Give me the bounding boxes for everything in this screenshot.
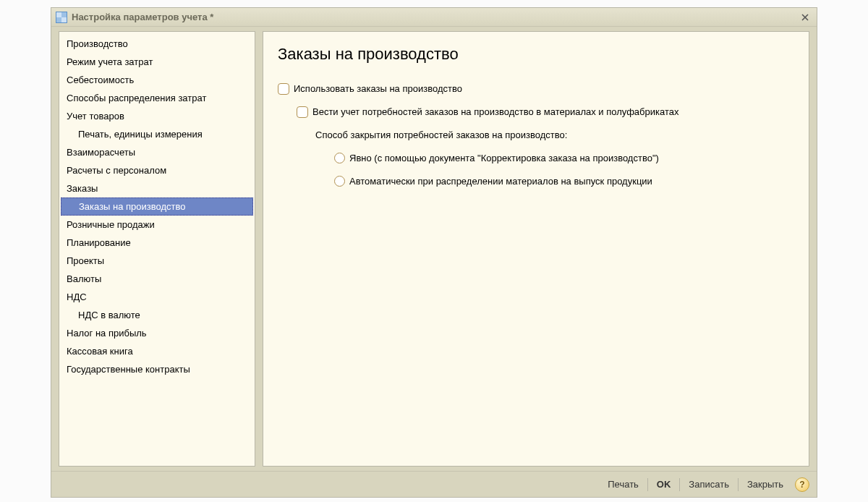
radio-explicit[interactable] bbox=[334, 153, 345, 163]
content-panel: Заказы на производство Использовать зака… bbox=[263, 31, 809, 467]
sidebar-item-16[interactable]: Налог на прибыль bbox=[61, 324, 253, 342]
radio-explicit-label: Явно (с помощью документа "Корректировка… bbox=[349, 152, 659, 165]
sidebar-item-12[interactable]: Проекты bbox=[61, 252, 253, 270]
sidebar-item-14[interactable]: НДС bbox=[61, 288, 253, 306]
checkbox-use-orders-label: Использовать заказы на производство bbox=[294, 82, 462, 95]
sidebar-item-3[interactable]: Способы распределения затрат bbox=[61, 89, 253, 107]
sidebar-item-11[interactable]: Планирование bbox=[61, 234, 253, 252]
sidebar-item-15[interactable]: НДС в валюте bbox=[61, 306, 253, 324]
sidebar-item-2[interactable]: Себестоимость bbox=[61, 71, 253, 89]
app-icon bbox=[56, 12, 67, 23]
sidebar: ПроизводствоРежим учета затратСебестоимо… bbox=[59, 31, 255, 467]
close-icon[interactable] bbox=[798, 11, 812, 24]
help-icon[interactable]: ? bbox=[795, 477, 809, 492]
sidebar-item-5[interactable]: Печать, единицы измерения bbox=[61, 125, 253, 143]
close-button[interactable]: Закрыть bbox=[740, 477, 791, 492]
sidebar-item-8[interactable]: Заказы bbox=[61, 179, 253, 197]
sidebar-item-7[interactable]: Расчеты с персоналом bbox=[61, 161, 253, 179]
write-button[interactable]: Записать bbox=[681, 477, 736, 492]
sidebar-item-17[interactable]: Кассовая книга bbox=[61, 342, 253, 360]
divider bbox=[738, 478, 739, 491]
settings-window: Настройка параметров учета * Производств… bbox=[51, 7, 817, 498]
sidebar-item-4[interactable]: Учет товаров bbox=[61, 107, 253, 125]
sidebar-item-9[interactable]: Заказы на производство bbox=[61, 197, 253, 216]
sidebar-item-18[interactable]: Государственные контракты bbox=[61, 360, 253, 378]
divider bbox=[679, 478, 680, 491]
page-title: Заказы на производство bbox=[278, 45, 794, 64]
checkbox-track-needs-label: Вести учет потребностей заказов на произ… bbox=[312, 106, 679, 119]
sidebar-item-1[interactable]: Режим учета затрат bbox=[61, 53, 253, 71]
sidebar-item-13[interactable]: Валюты bbox=[61, 270, 253, 288]
sidebar-item-0[interactable]: Производство bbox=[61, 35, 253, 53]
radio-auto[interactable] bbox=[334, 176, 345, 187]
sidebar-item-6[interactable]: Взаиморасчеты bbox=[61, 143, 253, 161]
closing-method-label: Способ закрытия потребностей заказов на … bbox=[315, 129, 567, 142]
checkbox-track-needs[interactable] bbox=[297, 106, 308, 118]
window-title: Настройка параметров учета * bbox=[72, 12, 213, 22]
checkbox-use-orders[interactable] bbox=[278, 83, 289, 95]
titlebar: Настройка параметров учета * bbox=[51, 8, 817, 27]
footer: Печать OK Записать Закрыть ? bbox=[51, 471, 817, 497]
ok-button[interactable]: OK bbox=[650, 477, 678, 492]
radio-auto-label: Автоматически при распределении материал… bbox=[349, 175, 652, 188]
sidebar-item-10[interactable]: Розничные продажи bbox=[61, 216, 253, 234]
print-button[interactable]: Печать bbox=[600, 477, 646, 492]
divider bbox=[647, 478, 648, 491]
